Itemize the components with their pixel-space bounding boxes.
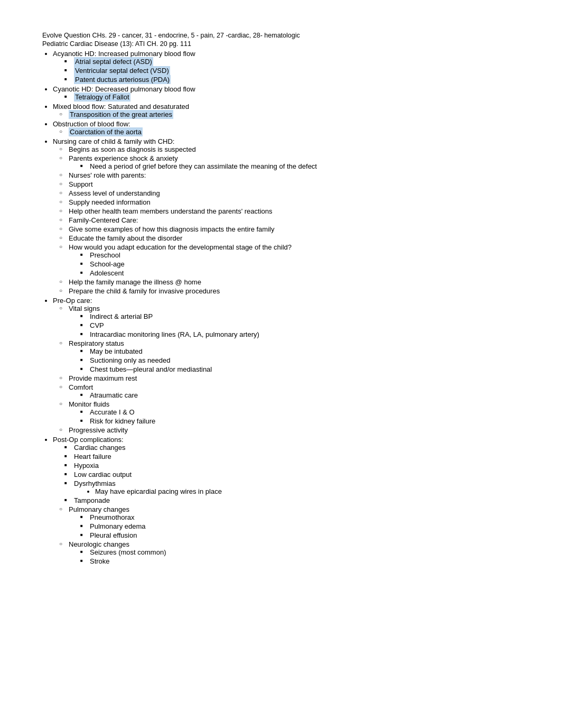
nursing-label: Nursing care of child & family with CHD: xyxy=(53,137,174,145)
obstruction-sublist: Coarctation of the aorta xyxy=(69,128,529,136)
list-item: Supply needed information xyxy=(69,198,529,206)
obstruction-label: Obstruction of blood flow: xyxy=(53,120,130,128)
list-item: Progressive activity xyxy=(69,426,529,434)
list-item: Cardiac changes xyxy=(74,444,529,451)
postop-label: Post-Op complications: xyxy=(53,436,124,444)
nursing-sublist: Begins as soon as diagnosis is suspected… xyxy=(69,145,529,295)
list-item: Indirect & arterial BP xyxy=(90,312,529,320)
list-item: Assess level of understanding xyxy=(69,189,529,197)
preop-sublist: Vital signs Indirect & arterial BP CVP I… xyxy=(69,305,529,434)
list-item-postop: Post-Op complications: Cardiac changes H… xyxy=(53,436,529,565)
list-item-obstruction: Obstruction of blood flow: Coarctation o… xyxy=(53,120,529,136)
list-item: Family-Centered Care: xyxy=(69,216,529,224)
comfort-sublist: Atraumatic care xyxy=(90,391,529,399)
list-item-preop: Pre-Op care: Vital signs Indirect & arte… xyxy=(53,297,529,434)
header-line1: Evolve Question CHs. 29 - cancer, 31 - e… xyxy=(42,32,529,39)
acyanotic-sublist: Atrial septal defect (ASD) Ventricular s… xyxy=(74,58,529,84)
preop-label: Pre-Op care: xyxy=(53,297,92,305)
mixed-label: Mixed blood flow: Saturated and desatura… xyxy=(53,103,189,110)
mixed-sublist: Transposition of the great arteries xyxy=(69,110,529,118)
list-item: Pneumothorax xyxy=(90,513,529,521)
list-item: Support xyxy=(69,180,529,188)
cyanotic-sublist: Tetralogy of Fallot xyxy=(74,93,529,101)
list-item: Intracardiac monitoring lines (RA, LA, p… xyxy=(90,330,529,338)
list-item: Give some examples of how this diagnosis… xyxy=(69,225,529,233)
list-item-mixed: Mixed blood flow: Saturated and desatura… xyxy=(53,103,529,118)
list-item: Pulmonary edema xyxy=(90,522,529,530)
list-item: Help other health team members understan… xyxy=(69,207,529,215)
list-item-respiratory: Respiratory status May be intubated Suct… xyxy=(69,339,529,373)
list-item: Hypoxia xyxy=(74,462,529,469)
list-item-fluids: Monitor fluids Accurate I & O Risk for k… xyxy=(69,400,529,425)
list-item-vitals: Vital signs Indirect & arterial BP CVP I… xyxy=(69,305,529,338)
list-item-developmental: How would you adapt education for the de… xyxy=(69,243,529,277)
tof-label: Tetralogy of Fallot xyxy=(74,93,130,102)
list-item: Educate the family about the disorder xyxy=(69,234,529,242)
list-item-acyanotic: Acyanotic HD: Increased pulmonary blood … xyxy=(53,50,529,84)
list-item: Pleural effusion xyxy=(90,531,529,539)
list-item: Ventricular septal defect (VSD) xyxy=(74,67,529,75)
list-item-nursing: Nursing care of child & family with CHD:… xyxy=(53,137,529,295)
list-item: Atraumatic care xyxy=(90,391,529,399)
pulmonary-sublist: Pneumothorax Pulmonary edema Pleural eff… xyxy=(90,513,529,539)
tga-label: Transposition of the great arteries xyxy=(69,110,173,119)
header-line2: Pediatric Cardiac Disease (13): ATI CH. … xyxy=(42,40,529,48)
list-item: Patent ductus arteriosus (PDA) xyxy=(74,76,529,84)
list-item: Coarctation of the aorta xyxy=(69,128,529,136)
main-list: Acyanotic HD: Increased pulmonary blood … xyxy=(53,50,529,565)
asd-label: Atrial septal defect (ASD) xyxy=(74,57,153,66)
list-item: Tetralogy of Fallot xyxy=(74,93,529,101)
list-item: Begins as soon as diagnosis is suspected xyxy=(69,145,529,153)
respiratory-sublist: May be intubated Suctioning only as need… xyxy=(90,347,529,373)
dysrhythmias-sublist: May have epicardial pacing wires in plac… xyxy=(95,487,529,495)
list-item: Preschool xyxy=(90,251,529,259)
list-item: CVP xyxy=(90,321,529,329)
cyanotic-label: Cyanotic HD: Decreased pulmonary blood f… xyxy=(53,85,195,93)
coarctation-label: Coarctation of the aorta xyxy=(69,127,143,136)
list-item: May have epicardial pacing wires in plac… xyxy=(95,487,529,495)
list-item: Nurses' role with parents: xyxy=(69,171,529,179)
list-item-dysrhythmias: Dysrhythmias May have epicardial pacing … xyxy=(74,480,529,495)
list-item: Low cardiac output xyxy=(74,471,529,478)
list-item: Seizures (most common) xyxy=(90,548,529,556)
list-item-cyanotic: Cyanotic HD: Decreased pulmonary blood f… xyxy=(53,85,529,101)
list-item: Accurate I & O xyxy=(90,408,529,416)
acyanotic-label: Acyanotic HD: Increased pulmonary blood … xyxy=(53,50,195,58)
list-item: Heart failure xyxy=(74,453,529,460)
list-item: Transposition of the great arteries xyxy=(69,110,529,118)
list-item: Help the family manage the illness @ hom… xyxy=(69,278,529,286)
pda-label: Patent ductus arteriosus (PDA) xyxy=(74,75,171,84)
fluids-sublist: Accurate I & O Risk for kidney failure xyxy=(90,408,529,425)
list-item-parents: Parents experience shock & anxiety Need … xyxy=(69,154,529,170)
list-item: Tamponade xyxy=(74,496,529,504)
list-item: Atrial septal defect (ASD) xyxy=(74,58,529,66)
postop-sublist: Pulmonary changes Pneumothorax Pulmonary… xyxy=(69,505,529,565)
list-item: Risk for kidney failure xyxy=(90,417,529,425)
list-item-comfort: Comfort Atraumatic care xyxy=(69,383,529,399)
list-item: Stroke xyxy=(90,557,529,565)
list-item: Provide maximum rest xyxy=(69,374,529,382)
neurologic-sublist: Seizures (most common) Stroke xyxy=(90,548,529,565)
parents-sublist: Need a period of grief before they can a… xyxy=(90,162,529,170)
vitals-sublist: Indirect & arterial BP CVP Intracardiac … xyxy=(90,312,529,338)
vsd-label: Ventricular septal defect (VSD) xyxy=(74,66,170,75)
list-item: Prepare the child & family for invasive … xyxy=(69,287,529,295)
list-item: School-age xyxy=(90,260,529,268)
list-item: Adolescent xyxy=(90,269,529,277)
list-item-pulmonary: Pulmonary changes Pneumothorax Pulmonary… xyxy=(69,505,529,539)
list-item-neurologic: Neurologic changes Seizures (most common… xyxy=(69,540,529,565)
developmental-sublist: Preschool School-age Adolescent xyxy=(90,251,529,277)
list-item: Suctioning only as needed xyxy=(90,356,529,364)
list-item: Chest tubes—pleural and/or mediastinal xyxy=(90,365,529,373)
list-item: May be intubated xyxy=(90,347,529,355)
list-item: Need a period of grief before they can a… xyxy=(90,162,529,170)
postop-direct-sublist: Cardiac changes Heart failure Hypoxia Lo… xyxy=(74,444,529,504)
